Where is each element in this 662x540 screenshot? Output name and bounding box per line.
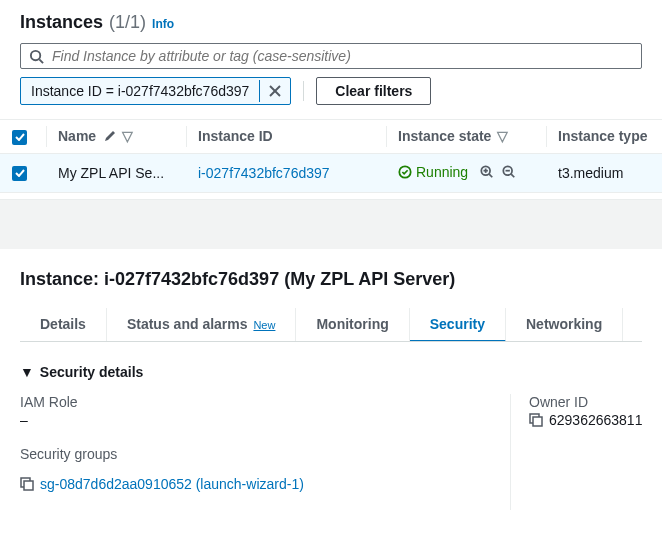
owner-id-value: 629362663811: [549, 412, 642, 428]
sort-icon[interactable]: ▽: [122, 128, 133, 144]
clear-filters-button[interactable]: Clear filters: [316, 77, 431, 105]
svg-rect-12: [24, 481, 33, 490]
caret-down-icon: ▼: [20, 364, 34, 380]
tab-storage[interactable]: Stora: [623, 308, 642, 341]
select-all-checkbox[interactable]: [12, 130, 27, 145]
owner-id-label: Owner ID: [529, 394, 642, 410]
security-details-heading[interactable]: ▼ Security details: [20, 364, 642, 380]
instances-table: Name ▽ Instance ID Instance state ▽ Inst…: [0, 119, 662, 193]
search-icon: [29, 49, 44, 64]
svg-rect-13: [533, 417, 542, 426]
cell-type: t3.medium: [546, 153, 662, 192]
filter-chip-remove[interactable]: [259, 80, 290, 102]
section-gap: [0, 199, 662, 249]
security-group-link[interactable]: sg-08d7d6d2aa0910652 (launch-wizard-1): [40, 476, 304, 492]
info-link[interactable]: Info: [152, 17, 174, 31]
filter-chip-text: Instance ID = i-027f7432bfc76d397: [21, 78, 259, 104]
tab-bar: Details Status and alarms New Monitoring…: [20, 308, 642, 342]
svg-line-1: [39, 59, 43, 63]
col-name[interactable]: Name: [58, 128, 96, 144]
tab-networking[interactable]: Networking: [506, 308, 623, 341]
close-icon: [269, 85, 281, 97]
col-instance-type[interactable]: Instance type: [558, 128, 647, 144]
search-input[interactable]: [52, 48, 633, 64]
iam-role-value: –: [20, 412, 510, 428]
tab-details[interactable]: Details: [20, 308, 107, 341]
zoom-in-icon[interactable]: [480, 165, 494, 179]
iam-role-label: IAM Role: [20, 394, 510, 410]
security-groups-label: Security groups: [20, 446, 510, 462]
detail-title: Instance: i-027f7432bfc76d397 (My ZPL AP…: [20, 269, 642, 290]
copy-icon[interactable]: [529, 413, 543, 427]
tab-monitoring[interactable]: Monitoring: [296, 308, 409, 341]
new-badge: New: [253, 319, 275, 331]
zoom-out-icon[interactable]: [502, 165, 516, 179]
svg-line-10: [511, 174, 514, 177]
table-row[interactable]: My ZPL API Se... i-027f7432bfc76d397 Run…: [0, 153, 662, 192]
col-instance-id[interactable]: Instance ID: [198, 128, 273, 144]
page-header: Instances (1/1) Info: [0, 0, 662, 43]
sort-icon[interactable]: ▽: [497, 128, 508, 144]
svg-point-0: [31, 50, 40, 59]
page-title: Instances: [20, 12, 103, 33]
tab-security[interactable]: Security: [410, 308, 506, 342]
cell-instance-id[interactable]: i-027f7432bfc76d397: [198, 165, 330, 181]
check-circle-icon: [398, 165, 412, 179]
cell-state: Running: [398, 164, 468, 180]
tab-status[interactable]: Status and alarms New: [107, 308, 297, 341]
divider: [303, 81, 304, 101]
row-checkbox[interactable]: [12, 166, 27, 181]
cell-name: My ZPL API Se...: [46, 153, 186, 192]
col-instance-state[interactable]: Instance state: [398, 128, 491, 144]
search-box[interactable]: [20, 43, 642, 69]
filter-chip: Instance ID = i-027f7432bfc76d397: [20, 77, 291, 105]
pencil-icon: [104, 130, 116, 142]
copy-icon[interactable]: [20, 477, 34, 491]
svg-line-6: [489, 174, 492, 177]
instance-count: (1/1): [109, 12, 146, 33]
